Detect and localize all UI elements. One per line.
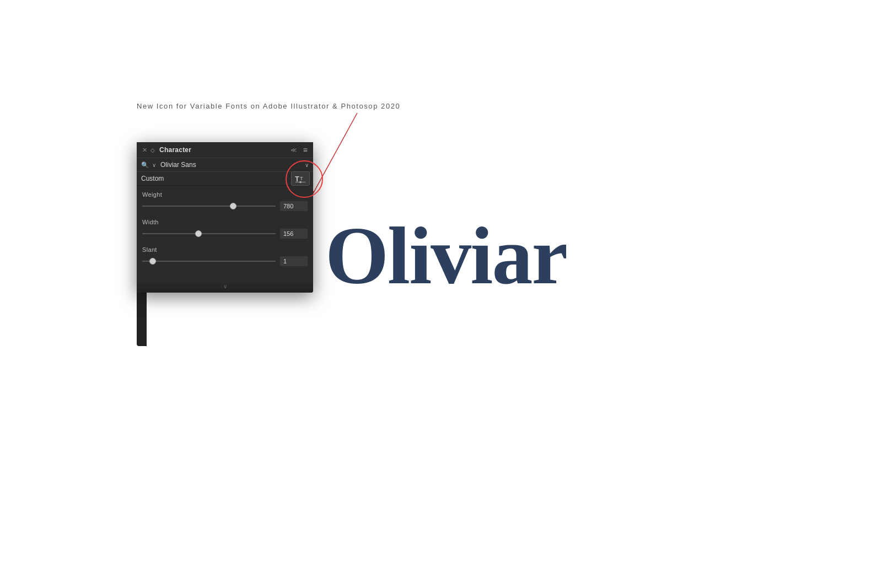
character-panel: ✕ ◇ Character ≪ ≡ 🔍 ∨ ∨ ∨ T T xyxy=(137,142,313,293)
diamond-icon: ◇ xyxy=(150,147,155,153)
weight-value-input[interactable] xyxy=(280,201,308,211)
slant-track xyxy=(142,261,276,262)
style-input[interactable] xyxy=(141,175,302,182)
variable-font-button[interactable]: T T xyxy=(291,171,310,186)
panel-titlebar: ✕ ◇ Character ≪ ≡ xyxy=(137,142,313,158)
close-icon[interactable]: ✕ xyxy=(142,147,147,154)
svg-point-5 xyxy=(299,181,302,184)
display-text: Oliviar xyxy=(325,215,567,296)
width-track-container[interactable] xyxy=(142,233,276,235)
font-name-row: 🔍 ∨ ∨ xyxy=(137,158,313,172)
titlebar-left: ✕ ◇ Character xyxy=(142,146,191,154)
style-row: ∨ T T xyxy=(137,172,313,186)
panel-bottom: ∨ xyxy=(137,279,313,293)
width-track xyxy=(142,233,276,234)
weight-slider-group: Weight xyxy=(142,191,308,211)
collapse-icon[interactable]: ≪ xyxy=(291,147,298,154)
panel-bottom-arrow-icon[interactable]: ∨ xyxy=(223,283,227,289)
weight-thumb[interactable] xyxy=(230,203,236,209)
svg-line-0 xyxy=(310,113,357,198)
variable-font-icon: T T xyxy=(294,174,306,184)
slant-slider-group: Slant xyxy=(142,246,308,266)
weight-track xyxy=(142,206,276,207)
panel-title: Character xyxy=(159,146,191,154)
slant-thumb[interactable] xyxy=(149,258,156,265)
weight-label: Weight xyxy=(142,191,308,198)
weight-track-container[interactable] xyxy=(142,205,276,207)
search-icon: 🔍 xyxy=(141,161,149,169)
slant-label: Slant xyxy=(142,246,308,253)
svg-text:T: T xyxy=(295,175,299,183)
width-value-input[interactable] xyxy=(280,229,308,239)
slant-value-input[interactable] xyxy=(280,256,308,266)
width-label: Width xyxy=(142,219,308,225)
width-slider-row xyxy=(142,229,308,239)
width-thumb[interactable] xyxy=(195,230,202,237)
slant-track-container[interactable] xyxy=(142,260,276,262)
font-search-indicator: ∨ xyxy=(152,162,156,168)
slant-slider-row xyxy=(142,256,308,266)
font-name-input[interactable] xyxy=(160,161,303,169)
annotation-label: New Icon for Variable Fonts on Adobe Ill… xyxy=(137,102,400,110)
weight-slider-row xyxy=(142,201,308,211)
font-dropdown-icon[interactable]: ∨ xyxy=(305,162,309,168)
width-slider-group: Width xyxy=(142,219,308,239)
svg-text:T: T xyxy=(300,176,303,181)
panel-menu-icon[interactable]: ≡ xyxy=(303,145,308,154)
sliders-section: Weight Width Slant xyxy=(137,186,313,279)
